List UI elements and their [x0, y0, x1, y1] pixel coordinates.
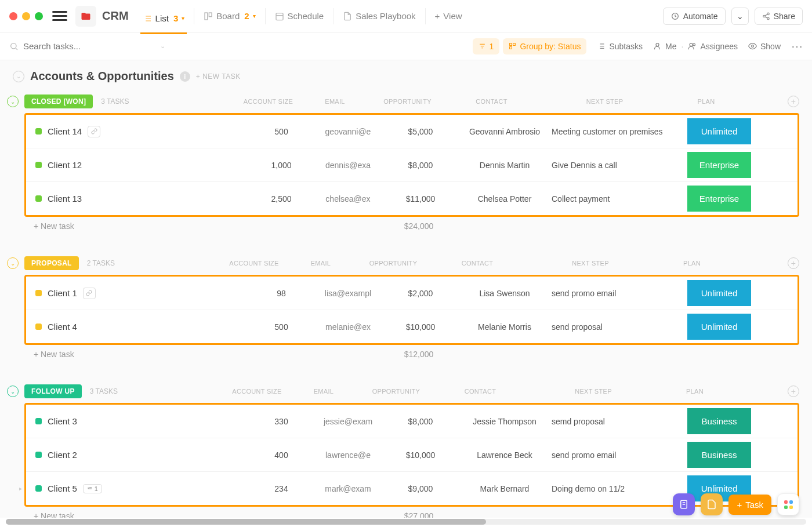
status-chip[interactable]: CLOSED [WON]: [24, 95, 93, 108]
plan-tag[interactable]: Unlimited: [687, 118, 751, 144]
account-size-cell[interactable]: 234: [246, 484, 316, 493]
next-step-cell[interactable]: semd proposal: [548, 417, 687, 426]
tab-sales-playbook[interactable]: Sales Playbook: [340, 6, 418, 26]
account-size-cell[interactable]: 330: [246, 417, 316, 426]
automate-button[interactable]: Automate: [663, 8, 726, 25]
email-cell[interactable]: lawrence@e: [316, 450, 380, 460]
chevron-down-icon[interactable]: ⌄: [160, 42, 165, 50]
contact-cell[interactable]: Geovanni Ambrosio: [461, 127, 548, 136]
next-step-cell[interactable]: Meeting customer on premises: [548, 127, 687, 136]
add-column-icon[interactable]: +: [788, 96, 799, 107]
tab-board[interactable]: Board 2 ▾: [201, 6, 258, 26]
plan-tag[interactable]: Business: [687, 408, 751, 434]
more-icon[interactable]: ⋯: [791, 39, 803, 53]
opportunity-cell[interactable]: $9,000: [380, 484, 461, 493]
email-cell[interactable]: melanie@ex: [316, 322, 380, 332]
task-row[interactable]: Client 13 2,500 chelsea@ex $11,000 Chels…: [26, 182, 798, 215]
filter-button[interactable]: 1: [473, 38, 500, 54]
account-size-cell[interactable]: 400: [246, 450, 316, 460]
task-row[interactable]: Client 12 1,000 dennis@exa $8,000 Dennis…: [26, 148, 798, 182]
account-size-cell[interactable]: 500: [246, 127, 316, 136]
email-cell[interactable]: geovanni@e: [316, 127, 380, 136]
status-square-icon[interactable]: [35, 324, 42, 330]
contact-cell[interactable]: Dennis Martin: [461, 161, 548, 170]
contact-cell[interactable]: Melanie Morris: [461, 322, 548, 332]
next-step-cell[interactable]: Doing demo on 11/2: [548, 484, 687, 493]
next-step-cell[interactable]: send promo email: [548, 289, 687, 298]
opportunity-cell[interactable]: $10,000: [380, 450, 461, 460]
contact-cell[interactable]: Chelsea Potter: [461, 194, 548, 203]
plan-tag[interactable]: Business: [687, 442, 751, 468]
close-window-icon[interactable]: [9, 12, 17, 20]
collapse-group-icon[interactable]: ⌄: [7, 96, 19, 107]
opportunity-cell[interactable]: $8,000: [380, 417, 461, 426]
add-column-icon[interactable]: +: [788, 386, 799, 397]
status-square-icon[interactable]: [35, 485, 42, 492]
account-size-cell[interactable]: 500: [246, 322, 316, 332]
minimize-window-icon[interactable]: [22, 12, 30, 20]
new-task-row[interactable]: + New task: [24, 221, 245, 231]
plan-tag[interactable]: Enterprise: [687, 152, 751, 178]
status-square-icon[interactable]: [35, 418, 42, 424]
expand-icon[interactable]: ▸: [19, 485, 22, 492]
opportunity-cell[interactable]: $10,000: [380, 322, 461, 332]
account-size-cell[interactable]: 98: [246, 289, 316, 298]
add-column-icon[interactable]: +: [788, 257, 799, 269]
share-button[interactable]: Share: [755, 8, 803, 25]
task-row[interactable]: Client 1 98 lisa@exampl $2,000 Lisa Swen…: [26, 277, 798, 310]
opportunity-cell[interactable]: $2,000: [380, 289, 461, 298]
tab-add-view[interactable]: + View: [433, 6, 465, 26]
subtask-badge[interactable]: 1: [83, 484, 102, 493]
contact-cell[interactable]: Jessie Thompson: [461, 417, 548, 426]
next-step-cell[interactable]: Give Dennis a call: [548, 161, 687, 170]
link-icon[interactable]: [88, 126, 100, 137]
opportunity-cell[interactable]: $8,000: [380, 161, 461, 170]
new-task-row[interactable]: + New task: [24, 350, 245, 359]
status-square-icon[interactable]: [35, 290, 42, 296]
automate-dropdown[interactable]: ⌄: [731, 8, 749, 25]
apps-fab[interactable]: [777, 493, 799, 515]
collapse-all-icon[interactable]: ⌄: [13, 71, 24, 82]
plan-tag[interactable]: Unlimited: [687, 314, 751, 340]
maximize-window-icon[interactable]: [35, 12, 43, 20]
contact-cell[interactable]: Lisa Swenson: [461, 289, 548, 298]
me-button[interactable]: Me: [653, 42, 676, 51]
status-square-icon[interactable]: [35, 452, 42, 458]
info-icon[interactable]: i: [180, 71, 190, 82]
collapse-group-icon[interactable]: ⌄: [7, 257, 19, 269]
new-task-link[interactable]: + NEW TASK: [196, 72, 241, 81]
show-button[interactable]: Show: [748, 42, 781, 51]
plan-tag[interactable]: Unlimited: [687, 280, 751, 306]
task-row[interactable]: Client 2 400 lawrence@e $10,000 Lawrence…: [26, 438, 798, 472]
tab-schedule[interactable]: Schedule: [273, 6, 327, 26]
email-cell[interactable]: dennis@exa: [316, 161, 380, 170]
task-row[interactable]: Client 14 500 geovanni@e $5,000 Geovanni…: [26, 115, 798, 148]
assignees-button[interactable]: Assignees: [688, 42, 738, 51]
email-cell[interactable]: chelsea@ex: [316, 194, 380, 203]
account-size-cell[interactable]: 2,500: [246, 194, 316, 203]
link-icon[interactable]: [83, 288, 96, 299]
status-square-icon[interactable]: [35, 162, 42, 168]
next-step-cell[interactable]: send promo email: [548, 450, 687, 460]
next-step-cell[interactable]: send proposal: [548, 322, 687, 332]
opportunity-cell[interactable]: $11,000: [380, 194, 461, 203]
status-square-icon[interactable]: [35, 195, 42, 202]
menu-icon[interactable]: [52, 9, 67, 24]
search-input[interactable]: [23, 41, 139, 51]
horizontal-scrollbar[interactable]: [6, 519, 806, 525]
account-size-cell[interactable]: 1,000: [246, 161, 316, 170]
doc-fab[interactable]: [701, 493, 723, 515]
new-task-fab[interactable]: + Task: [728, 495, 771, 515]
status-chip[interactable]: FOLLOW UP: [24, 384, 82, 398]
email-cell[interactable]: jessie@exam: [316, 417, 380, 426]
tab-list[interactable]: List 3 ▾: [140, 9, 187, 34]
email-cell[interactable]: mark@exam: [316, 484, 380, 493]
email-cell[interactable]: lisa@exampl: [316, 289, 380, 298]
status-square-icon[interactable]: [35, 128, 42, 135]
new-task-row[interactable]: + New task: [24, 511, 245, 518]
group-by-button[interactable]: Group by: Status: [503, 38, 586, 54]
subtasks-button[interactable]: Subtasks: [597, 42, 643, 51]
task-row[interactable]: Client 4 500 melanie@ex $10,000 Melanie …: [26, 310, 798, 343]
plan-tag[interactable]: Enterprise: [687, 186, 751, 212]
next-step-cell[interactable]: Collect payment: [548, 194, 687, 203]
